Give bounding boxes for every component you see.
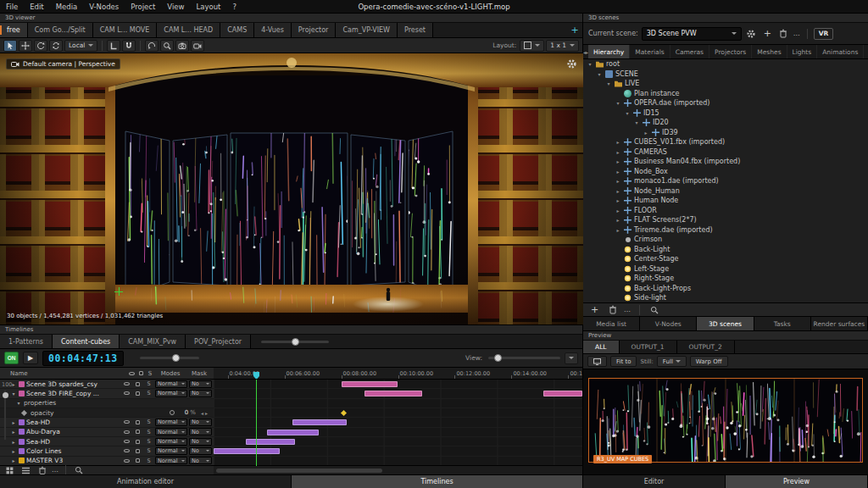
mask-dropdown[interactable]: No xyxy=(189,380,212,388)
menu-item[interactable]: Edit xyxy=(24,0,49,14)
layout-ratio-dropdown[interactable]: 1 x 1 xyxy=(546,40,579,52)
timeline-clip[interactable] xyxy=(292,419,347,425)
visibility-toggle[interactable] xyxy=(122,430,131,434)
solo-toggle[interactable]: S xyxy=(144,438,153,445)
scenes-tab[interactable]: Meshes xyxy=(752,45,787,58)
select-tool-button[interactable] xyxy=(3,40,17,52)
tree-item[interactable]: Center-Stage xyxy=(583,254,868,264)
tree-item[interactable]: ▸CUBES_V01.fbx (imported) xyxy=(583,137,868,147)
warp-toggle-button[interactable]: Warp Off xyxy=(690,356,728,367)
slider-thumb[interactable] xyxy=(3,392,8,398)
menu-item[interactable]: V-Nodes xyxy=(83,0,125,14)
visibility-toggle[interactable] xyxy=(122,459,131,463)
tree-expand-arrow[interactable]: ▸ xyxy=(643,130,649,136)
lock-toggle[interactable] xyxy=(133,382,142,386)
stopwatch-icon[interactable] xyxy=(170,410,175,415)
tree-item[interactable]: ▾root xyxy=(583,59,868,69)
timeline-clip[interactable] xyxy=(342,381,398,387)
visibility-toggle[interactable] xyxy=(122,420,131,424)
still-dropdown[interactable]: Full xyxy=(657,356,687,367)
tree-item[interactable]: ▸Node_Box xyxy=(583,167,868,177)
tree-expand-arrow[interactable]: ▾ xyxy=(624,110,631,116)
tree-item[interactable]: Side-light xyxy=(583,293,868,302)
tree-item[interactable]: ▸Trireme.dae (imported) xyxy=(583,225,868,236)
tree-item[interactable]: ▸Business Man04.fbx (imported) xyxy=(583,157,868,167)
tree-item[interactable]: ▾ID20 xyxy=(583,118,868,128)
lock-toggle[interactable] xyxy=(133,458,142,463)
tree-expand-arrow[interactable]: ▸ xyxy=(615,178,621,184)
blend-mode-dropdown[interactable]: Normal xyxy=(155,447,187,455)
tree-expand-arrow[interactable]: ▸ xyxy=(615,227,621,233)
timeline-lane[interactable] xyxy=(214,446,582,456)
vr-button[interactable]: VR xyxy=(814,28,834,40)
track-expand-arrow[interactable]: ▸ xyxy=(10,458,17,463)
preview-display-button[interactable] xyxy=(587,356,607,367)
menu-item[interactable]: View xyxy=(161,0,190,14)
panel-bottom-tab[interactable]: Render surfaces xyxy=(811,317,868,330)
tree-expand-arrow[interactable]: ▾ xyxy=(596,71,603,77)
fit-to-button[interactable]: Fit to xyxy=(610,356,637,367)
tree-expand-arrow[interactable]: ▾ xyxy=(615,100,621,106)
visibility-toggle[interactable] xyxy=(122,440,131,443)
layout-bar-segment[interactable]: Timelines xyxy=(292,475,583,488)
keyframe-diamond-icon[interactable] xyxy=(21,410,27,416)
scenes-tab[interactable]: Cameras xyxy=(670,45,709,58)
more-options-button[interactable]: … xyxy=(52,467,59,474)
timeline-lane[interactable] xyxy=(214,408,582,418)
tree-item[interactable]: ▸Node_Human xyxy=(583,186,868,197)
track-row[interactable]: ▸Sea-HDSNormalNo xyxy=(0,437,214,446)
add-viewer-tab-button[interactable]: + xyxy=(567,23,582,37)
tree-expand-arrow[interactable]: ▾ xyxy=(605,80,612,86)
menu-item[interactable]: Media xyxy=(50,0,84,14)
menu-item[interactable]: Layout xyxy=(191,0,227,14)
timeline-tab[interactable]: 1-Patterns xyxy=(0,335,53,348)
camera-button[interactable] xyxy=(175,40,189,52)
tree-expand-arrow[interactable]: ▸ xyxy=(615,217,621,223)
tree-item[interactable]: ▸FLAT Screens(2*7) xyxy=(583,215,868,225)
tree-expand-arrow[interactable]: ▸ xyxy=(615,188,621,194)
preview-tab[interactable]: OUTPUT_1 xyxy=(620,341,677,353)
blend-mode-dropdown[interactable]: Normal xyxy=(155,390,187,397)
search-nodes-icon[interactable] xyxy=(648,303,660,316)
tree-item[interactable]: ▸Human Node xyxy=(583,196,868,206)
slider-thumb[interactable] xyxy=(172,354,180,362)
track-row[interactable]: ▾properties xyxy=(0,399,214,408)
slider-thumb[interactable] xyxy=(494,354,502,362)
sync-tool-button[interactable] xyxy=(49,40,63,52)
playhead-line[interactable] xyxy=(256,380,257,466)
tree-item[interactable]: ▸CAMERAS xyxy=(583,147,868,158)
blend-mode-dropdown[interactable]: Normal xyxy=(155,428,187,435)
blend-mode-dropdown[interactable]: Normal xyxy=(155,380,187,388)
solo-toggle[interactable]: S xyxy=(144,419,153,425)
timeline-tab[interactable]: Content-cubes xyxy=(53,335,120,348)
timeline-lane[interactable] xyxy=(214,389,582,398)
timeline-zoom-slider[interactable] xyxy=(261,341,329,343)
play-button[interactable]: ▶ xyxy=(23,352,38,364)
timeline-clip[interactable] xyxy=(543,391,582,396)
scenes-tab[interactable]: Skel xyxy=(864,45,868,58)
layout-bar-segment[interactable]: Animation editor xyxy=(0,475,292,488)
viewer-tab[interactable]: CAM L... HEAD xyxy=(157,23,220,37)
visibility-toggle[interactable] xyxy=(122,449,131,452)
track-expand-arrow[interactable]: ▾ xyxy=(15,400,22,406)
tree-item[interactable]: ▾LIVE xyxy=(583,79,868,89)
track-row[interactable]: ▸Abu-DaryaSNormalNo xyxy=(0,428,214,437)
tree-item[interactable]: Plan instance xyxy=(583,89,868,99)
tree-item[interactable]: ▸ID39 xyxy=(583,128,868,138)
view-slider[interactable] xyxy=(488,357,560,359)
timeline-lane[interactable] xyxy=(214,418,582,427)
panel-bottom-tab[interactable]: 3D scenes xyxy=(697,317,754,330)
timeline-lanes[interactable] xyxy=(214,380,582,466)
move-tool-button[interactable] xyxy=(19,40,32,52)
video-camera-button[interactable] xyxy=(191,40,204,52)
timeline-clip[interactable] xyxy=(267,430,319,435)
zoom-tool-button[interactable] xyxy=(160,40,174,52)
keyframe-diamond[interactable] xyxy=(341,410,347,416)
lock-toggle[interactable] xyxy=(133,440,142,444)
viewport-settings-gear-icon[interactable] xyxy=(566,58,577,71)
tree-expand-arrow[interactable]: ▸ xyxy=(615,158,621,164)
node-more-options-button[interactable]: … xyxy=(624,307,632,313)
lock-toggle[interactable] xyxy=(133,430,142,434)
tree-item[interactable]: ▸FLOOR xyxy=(583,206,868,216)
preview-tab[interactable]: OUTPUT_2 xyxy=(677,341,735,353)
